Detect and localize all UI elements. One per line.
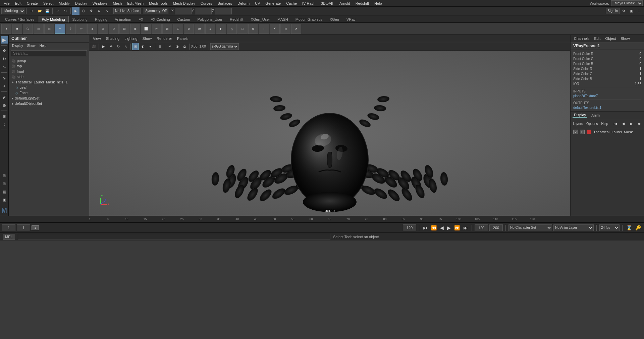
menu-deform[interactable]: Deform bbox=[235, 1, 252, 6]
menu-display[interactable]: Display bbox=[73, 1, 90, 6]
tab-poly-modeling[interactable]: Poly Modeling bbox=[38, 16, 68, 22]
shelf-icon-cylinder[interactable]: ⬡ bbox=[23, 24, 33, 34]
vp-smooth-btn[interactable]: ◐ bbox=[140, 43, 146, 50]
outliner-item-side[interactable]: 🎥 side bbox=[9, 74, 89, 79]
menu-edit-mesh[interactable]: Edit Mesh bbox=[125, 1, 146, 6]
move-tool-btn[interactable]: ✥ bbox=[88, 7, 95, 15]
shelf-icon-active1[interactable]: ✦ bbox=[55, 24, 65, 34]
y-field[interactable] bbox=[195, 8, 212, 14]
shelf-icon-merge[interactable]: ⊕ bbox=[98, 24, 108, 34]
tab-rigging[interactable]: Rigging bbox=[91, 16, 111, 22]
tab-redshift[interactable]: Redshift bbox=[226, 16, 247, 22]
tab-custom[interactable]: Custom bbox=[174, 16, 194, 22]
vp-gamma-select[interactable]: sRGB gamma bbox=[210, 43, 239, 50]
play-back-btn[interactable]: ◀ bbox=[439, 225, 445, 230]
shelf-icon-conform[interactable]: ⊗ bbox=[248, 24, 258, 34]
outputs-value[interactable]: defaultTextureList1 bbox=[573, 106, 641, 110]
menu-surfaces[interactable]: Surfaces bbox=[215, 1, 234, 6]
shelf-icon-boolean[interactable]: ⊻ bbox=[205, 24, 215, 34]
vp-shadow-btn[interactable]: ◑ bbox=[174, 43, 180, 50]
vp-menu-shading[interactable]: Shading bbox=[104, 36, 122, 41]
anim-tab[interactable]: Anim bbox=[590, 113, 601, 118]
inputs-value[interactable]: place2dTexture7 bbox=[573, 94, 641, 98]
layer-next-btn[interactable]: ⏭ bbox=[636, 120, 643, 127]
set-key-btn[interactable]: 🔑 bbox=[634, 225, 642, 230]
vp-menu-panels[interactable]: Panels bbox=[175, 36, 191, 41]
vp-menu-lighting[interactable]: Lighting bbox=[122, 36, 140, 41]
attr-val-fcg[interactable]: 0 bbox=[639, 57, 641, 61]
play-forward-btn[interactable]: ▶ bbox=[446, 225, 452, 230]
shelf-icon-bridge[interactable]: ⇔ bbox=[76, 24, 87, 34]
settings-btn[interactable]: ⚙ bbox=[620, 7, 627, 15]
vp-grid-btn[interactable]: ⊞ bbox=[157, 43, 163, 50]
grid-btn[interactable]: ⊞ bbox=[635, 7, 643, 15]
menu-mesh[interactable]: Mesh bbox=[110, 1, 124, 6]
scale-btn[interactable]: ⤡ bbox=[1, 63, 8, 71]
object-menu[interactable]: Object bbox=[604, 36, 617, 41]
shelf-icon-bevel[interactable]: ◈ bbox=[87, 24, 97, 34]
scale-tool-btn[interactable]: ⤡ bbox=[103, 7, 110, 15]
vp-smooth2-btn[interactable]: ● bbox=[147, 43, 154, 50]
vp-menu-renderer[interactable]: Renderer bbox=[154, 36, 174, 41]
vp-move-btn[interactable]: ✥ bbox=[108, 43, 114, 50]
tab-polygons-user[interactable]: Polygons_User bbox=[194, 16, 226, 22]
select-mode-btn[interactable]: ▶ bbox=[1, 36, 8, 44]
attr-val-scg[interactable]: 1 bbox=[639, 72, 641, 76]
frame-checkbox[interactable]: 1 bbox=[32, 225, 39, 230]
anim-layer-select[interactable]: No Anim Layer bbox=[553, 224, 594, 231]
menu-arnold[interactable]: Arnold bbox=[337, 1, 353, 6]
soft-select-btn[interactable]: ⊚ bbox=[1, 74, 8, 82]
layer-prev-btn[interactable]: ⏮ bbox=[612, 120, 619, 127]
show-menu[interactable]: Show bbox=[619, 36, 631, 41]
attr-val-scr[interactable]: 1 bbox=[639, 67, 641, 71]
shelf-icon-connect[interactable]: ⊠ bbox=[162, 24, 172, 34]
workspace-select[interactable]: Maya Classic bbox=[611, 0, 643, 6]
vp-menu-show[interactable]: Show bbox=[140, 36, 154, 41]
icon-grid2[interactable]: ⊞ bbox=[1, 180, 8, 187]
vp-ao-btn[interactable]: ◒ bbox=[181, 43, 188, 50]
tab-sculpting[interactable]: Sculpting bbox=[69, 16, 91, 22]
attr-val-ior[interactable]: 1.55 bbox=[635, 82, 641, 86]
outliner-item-theatrical[interactable]: ✦ Theatrical_Laurel_Mask_ncl1_1 bbox=[9, 79, 89, 85]
layer-fwd-btn[interactable]: ▶ bbox=[628, 120, 635, 127]
open-scene-btn[interactable]: 📂 bbox=[36, 7, 43, 15]
icon-render-region[interactable]: ▣ bbox=[1, 196, 8, 203]
undo-btn[interactable]: ↩ bbox=[54, 7, 61, 15]
go-to-end-btn[interactable]: ⏭ bbox=[462, 225, 469, 230]
mode-dropdown[interactable]: Modeling bbox=[1, 8, 25, 14]
vp-light-btn[interactable]: ☀ bbox=[166, 43, 173, 50]
outliner-display-menu[interactable]: Display bbox=[11, 44, 24, 48]
channels-menu[interactable]: Channels bbox=[573, 36, 591, 41]
menu-mesh-display[interactable]: Mesh Display bbox=[171, 1, 198, 6]
rotate-btn[interactable]: ↻ bbox=[1, 55, 8, 63]
vp-select-btn[interactable]: ▶ bbox=[100, 43, 107, 50]
sculpt-btn[interactable]: ◍ bbox=[1, 101, 8, 109]
menu-cache[interactable]: Cache bbox=[284, 1, 299, 6]
auto-key-btn[interactable]: ⌛ bbox=[625, 225, 633, 230]
icon-grid3[interactable]: ▦ bbox=[1, 188, 8, 195]
shelf-icon-reduce[interactable]: ◁ bbox=[280, 24, 290, 34]
script-input[interactable] bbox=[18, 234, 331, 240]
menu-edit[interactable]: Edit bbox=[13, 1, 24, 6]
outliner-item-top[interactable]: 🎥 top bbox=[9, 63, 89, 69]
fps-select[interactable]: 24 fps bbox=[599, 224, 620, 231]
menu-mesh-tools[interactable]: Mesh Tools bbox=[147, 1, 170, 6]
end-frame-1[interactable] bbox=[403, 224, 416, 231]
tab-animation[interactable]: Animation bbox=[111, 16, 135, 22]
menu-curves[interactable]: Curves bbox=[198, 1, 215, 6]
shelf-icon-torus[interactable]: ◎ bbox=[44, 24, 54, 34]
layer-v-toggle[interactable]: V bbox=[573, 130, 578, 134]
tab-mash[interactable]: MASH bbox=[274, 16, 292, 22]
menu-generate[interactable]: Generate bbox=[263, 1, 283, 6]
outliner-show-menu[interactable]: Show bbox=[26, 44, 37, 48]
menu-redshift[interactable]: Redshift bbox=[353, 1, 371, 6]
z-field[interactable] bbox=[215, 8, 232, 14]
select-tool-btn[interactable]: ▶ bbox=[72, 7, 79, 15]
end-frame-3[interactable] bbox=[489, 224, 503, 231]
shelf-icon-target-weld[interactable]: ◉ bbox=[130, 24, 140, 34]
timeline-ruler[interactable]: 1 5 10 15 20 25 30 35 40 45 50 55 60 65 … bbox=[0, 216, 644, 222]
menu-windows[interactable]: Windows bbox=[90, 1, 110, 6]
step-forward-btn[interactable]: ⏩ bbox=[453, 225, 461, 230]
end-frame-2[interactable] bbox=[475, 224, 488, 231]
save-scene-btn[interactable]: 💾 bbox=[44, 7, 51, 15]
